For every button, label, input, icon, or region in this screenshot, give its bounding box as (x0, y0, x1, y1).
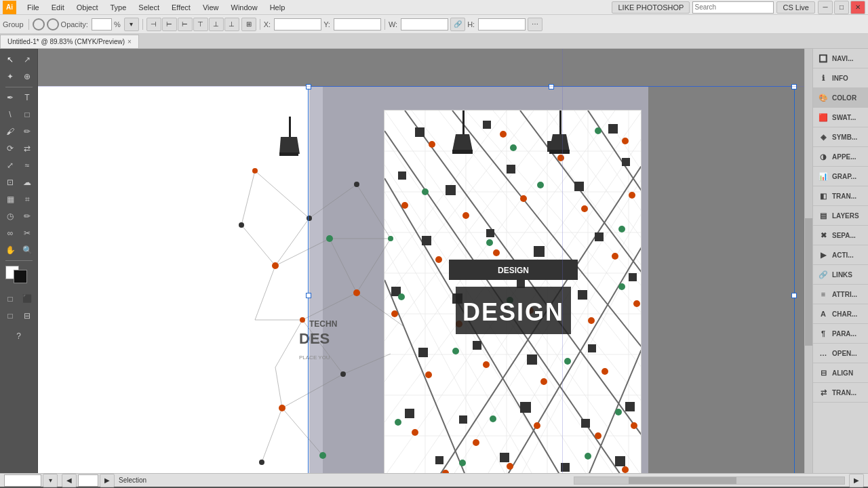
cs-live-button[interactable]: CS Live (776, 1, 815, 14)
scrollbar-v[interactable] (804, 49, 812, 473)
isolation-toggle[interactable] (47, 18, 59, 30)
menu-effect[interactable]: Effect (166, 2, 196, 13)
lasso-tool[interactable]: ⊕ (19, 68, 35, 85)
search-input[interactable] (692, 1, 774, 14)
scrollbar-thumb-v[interactable] (805, 218, 812, 346)
menu-help[interactable]: Help (264, 2, 291, 13)
page-prev[interactable]: ◀ (62, 474, 77, 487)
page-input[interactable]: 1 (78, 474, 98, 487)
panel-color[interactable]: 🎨 COLOR (813, 88, 868, 108)
maximize-button[interactable]: □ (834, 1, 849, 14)
panel-attri[interactable]: ≡ ATTRI... (813, 285, 868, 304)
isolate-btn[interactable] (33, 18, 45, 30)
expand-btn[interactable]: ▶ (849, 474, 864, 487)
menu-object[interactable]: Object (71, 2, 104, 13)
panel-tran2[interactable]: ⇄ TRAN... (813, 383, 868, 403)
panel-layers[interactable]: ▤ LAYERS (813, 206, 868, 226)
panel-symb[interactable]: ◈ SYMB... (813, 127, 868, 147)
mesh-tool[interactable]: ⌗ (19, 191, 35, 207)
opacity-input[interactable]: 100 (92, 18, 112, 30)
y-input[interactable]: 5.5706 in (334, 18, 381, 30)
hand-tool[interactable]: ✋ (2, 242, 18, 258)
page-next[interactable]: ▶ (100, 474, 115, 487)
pencil-tool[interactable]: ✏ (19, 123, 35, 140)
align-bottom[interactable]: ⊥ (224, 18, 239, 31)
blend-tool[interactable]: ∞ (2, 225, 18, 241)
x-input[interactable]: 13.7446 in (274, 18, 321, 30)
zoom-input[interactable]: 89.83% (4, 474, 41, 487)
menu-type[interactable]: Type (105, 2, 132, 13)
panel-align[interactable]: ⊟ ALIGN (813, 363, 868, 383)
svg-point-170 (259, 460, 264, 465)
more-options[interactable]: ⋯ (528, 18, 542, 31)
help-tool[interactable]: ? (4, 328, 34, 344)
para-icon: ¶ (817, 327, 829, 340)
scissors-tool[interactable]: ✂ (19, 225, 35, 241)
panel-tran[interactable]: ◧ TRAN... (813, 186, 868, 206)
panel-appe[interactable]: ◑ APPE... (813, 147, 868, 167)
w-input[interactable]: 8.3333 in (401, 18, 448, 30)
panel-grap[interactable]: 📊 GRAP... (813, 167, 868, 186)
panel-sepa[interactable]: ✖ SEPA... (813, 226, 868, 245)
close-button[interactable]: ✕ (850, 1, 865, 14)
panel-para[interactable]: ¶ PARA... (813, 324, 868, 344)
pen-tool[interactable]: ✒ (2, 89, 18, 106)
handle-mr[interactable] (791, 293, 797, 298)
canvas-area[interactable]: DESIGN DESIGN (38, 49, 812, 473)
menu-file[interactable]: File (22, 2, 45, 13)
panel-links[interactable]: 🔗 LINKS (813, 265, 868, 285)
panel-info[interactable]: ℹ INFO (813, 68, 868, 88)
menu-edit[interactable]: Edit (46, 2, 70, 13)
document-tab[interactable]: Untitled-1* @ 89.83% (CMYK/Preview) × (0, 35, 139, 48)
menu-select[interactable]: Select (133, 2, 165, 13)
warp-tool[interactable]: ≈ (19, 157, 35, 174)
rect-tool[interactable]: □ (19, 106, 35, 123)
panel-navi[interactable]: 🔲 NAVI... (813, 49, 868, 68)
menu-view[interactable]: View (197, 2, 224, 13)
column-graph-tool[interactable]: ▦ (2, 191, 18, 207)
zoom-dropdown[interactable]: ▾ (43, 474, 58, 487)
svg-point-99 (483, 361, 490, 368)
symbol-sprayer-tool[interactable]: ☁ (19, 174, 35, 190)
direct-selection-tool[interactable]: ↗ (19, 52, 35, 68)
screen-mode[interactable]: □ (2, 308, 18, 324)
gradient-tool[interactable]: ◷ (2, 208, 18, 224)
align-right[interactable]: ⊢ (178, 18, 193, 31)
tab-close[interactable]: × (127, 38, 132, 45)
panel-swat[interactable]: 🟥 SWAT... (813, 108, 868, 127)
lock-aspect[interactable]: 🔗 (450, 18, 465, 31)
opacity-dropdown[interactable]: ▾ (124, 18, 139, 31)
scrollbar-h[interactable] (574, 476, 845, 485)
workspace-dropdown[interactable]: LIKE PHOTOSHOP (612, 1, 690, 14)
free-transform-tool[interactable]: ⊡ (2, 174, 18, 190)
align-center-h[interactable]: ⊢ (162, 18, 177, 31)
align-top[interactable]: ⊤ (193, 18, 208, 31)
scrollbar-thumb-h[interactable] (629, 477, 736, 484)
type-tool[interactable]: T (19, 89, 35, 106)
paintbrush-tool[interactable]: 🖌 (2, 123, 18, 140)
normal-mode[interactable]: □ (2, 291, 18, 307)
align-left[interactable]: ⊣ (146, 18, 161, 31)
selection-tool[interactable]: ↖ (2, 52, 18, 68)
panel-char[interactable]: A CHAR... (813, 304, 868, 324)
align-center-v[interactable]: ⊥ (209, 18, 224, 31)
eyedropper-tool[interactable]: ✏ (19, 208, 35, 224)
magic-wand-tool[interactable]: ✦ (2, 68, 18, 85)
handle-tr[interactable] (791, 84, 797, 89)
distribute-btn[interactable]: ⊞ (241, 18, 256, 31)
scale-tool[interactable]: ⤢ (2, 157, 18, 174)
minimize-button[interactable]: ─ (818, 1, 833, 14)
reflect-tool[interactable]: ⇄ (19, 140, 35, 157)
zoom-tool[interactable]: 🔍 (19, 242, 35, 258)
panel-acti[interactable]: ▶ ACTI... (813, 245, 868, 265)
menu-window[interactable]: Window (226, 2, 263, 13)
line-tool[interactable]: \ (2, 106, 18, 123)
h-input[interactable]: 8.3333 in (478, 18, 526, 30)
full-screen[interactable]: ⊟ (19, 308, 35, 324)
svg-rect-76 (435, 456, 443, 464)
panel-open[interactable]: … OPEN... (813, 344, 868, 363)
stroke-indicator[interactable] (14, 270, 27, 283)
rotate-tool[interactable]: ⟳ (2, 140, 18, 157)
behind-mode[interactable]: ⬛ (19, 291, 35, 307)
panel-info-label: INFO (832, 75, 848, 82)
